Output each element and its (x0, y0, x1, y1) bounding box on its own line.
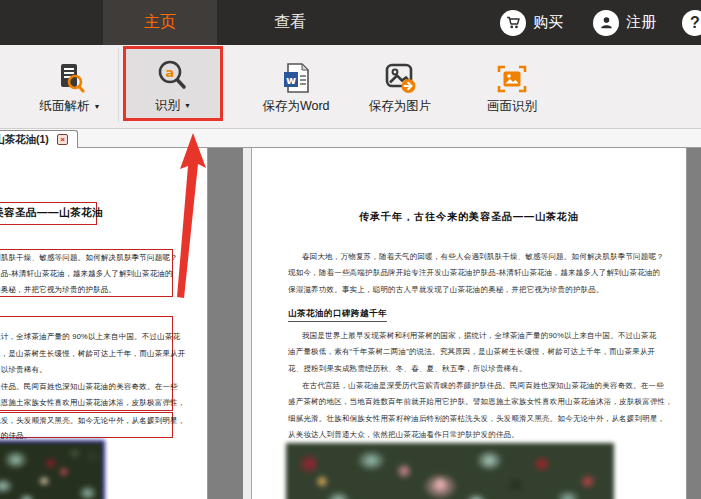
document-tab-bar: 山茶花油(1) × (0, 129, 701, 148)
scan-text-line: 肤佳品。民间百姓也深知山茶花油的美容奇效。在一些 (0, 382, 178, 392)
ocr-app-window: 主页 查看 购买 注册 (0, 0, 701, 499)
recognize-button-highlighted[interactable]: a 识别▼ (123, 46, 223, 121)
document-tab-label: 山茶花油(1) (0, 133, 49, 147)
register-label: 注册 (626, 13, 656, 32)
scan-text-line: 统计，全球茶油产量的 90%以上来自中国。不过山茶花 (0, 332, 180, 342)
paper-analysis-label: 纸面解析▼ (40, 98, 101, 115)
tab-close-icon[interactable]: × (57, 134, 68, 145)
cart-icon (500, 10, 526, 36)
result-text-line: 我国是世界上最早发现茶树和利用茶树的国家，据统计，全球茶油产量的90%以上来自中… (302, 331, 656, 341)
scan-text-line: 的奥秘，并把它视为珍贵的护肤品。 (0, 285, 116, 295)
camellia-photo-region[interactable] (0, 440, 105, 499)
magnifier-a-icon: a (156, 53, 190, 93)
recognize-label: 识别▼ (155, 97, 191, 114)
doc-magnifier-icon (55, 54, 85, 94)
save-as-word-label: 保存为Word (262, 98, 329, 115)
result-text-line: 春回大地，万物复苏，随着天气的回暖，有些人会遇到肌肤干燥、敏感等问题。如何解决肌… (302, 252, 664, 262)
scan-text-line: 肤品-林清轩山茶花油，越来越多人了解到山茶花油的 (0, 269, 173, 279)
dropdown-arrow-icon: ▼ (184, 102, 191, 109)
help-button[interactable]: ? (682, 0, 701, 45)
buy-button[interactable]: 购买 (500, 0, 563, 45)
help-glyph: ? (690, 14, 700, 32)
image-export-icon (383, 54, 417, 94)
paper-analysis-button[interactable]: 纸面解析▼ (20, 46, 120, 122)
result-text-line: 油产量极低，素有“千年茶树二两油”的说法。究其原因，是山茶树生长缓慢，树龄可达上… (288, 347, 655, 357)
scan-page: 美容圣品——山茶花油 到肌肤干燥、敏感等问题。如何解决肌肤季节问题呢？ 肤品-林… (0, 148, 208, 499)
scan-text-line: 所以珍贵稀有。 (0, 365, 47, 375)
ribbon-tab-home[interactable]: 主页 (103, 0, 217, 45)
screen-recognize-icon (496, 54, 528, 94)
camellia-photo-result (286, 443, 614, 499)
document-tab[interactable]: 山茶花油(1) × (0, 130, 78, 148)
top-menu-bar: 主页 查看 购买 注册 (0, 0, 701, 45)
ribbon-tab-view[interactable]: 查看 (245, 0, 335, 45)
user-icon (593, 10, 619, 36)
original-scan-pane[interactable]: 美容圣品——山茶花油 到肌肤干燥、敏感等问题。如何解决肌肤季节问题呢？ 肤品-林… (0, 148, 243, 499)
ribbon-tab-home-label: 主页 (144, 12, 176, 33)
dropdown-arrow-icon: ▼ (94, 103, 101, 110)
result-text-line: 花、授粉到果实成熟需经历秋、冬、春、夏、秋五季，所以珍贵稀有。 (288, 364, 527, 374)
screen-recognize-label: 画面识别 (487, 98, 537, 115)
save-as-image-button[interactable]: 保存为图片 (346, 46, 454, 122)
word-doc-icon: w (280, 54, 312, 94)
svg-text:a: a (166, 65, 175, 80)
scan-text-line: 如恩施土家族女性喜欢用山茶花油沐浴，皮肤极富弹性， (0, 398, 186, 408)
scan-text-line: 因，是山茶树生长缓慢，树龄可达上千年，而山茶果从开 (0, 349, 186, 359)
ribbon-toolbar: 纸面解析▼ a 识别▼ w (0, 45, 701, 129)
help-icon: ? (682, 10, 701, 36)
result-text-line: 保湿滋养功效。事实上，聪明的古人早就发现了山茶花油的奥秘，并把它视为珍贵的护肤品… (288, 285, 604, 295)
ribbon-tab-view-label: 查看 (274, 12, 306, 33)
register-button[interactable]: 注册 (593, 0, 656, 45)
document-area: 美容圣品——山茶花油 到肌肤干燥、敏感等问题。如何解决肌肤季节问题呢？ 肤品-林… (0, 148, 701, 499)
result-text-line: 盛产茶树的地区，当地百姓数百年前就开始用它护肤。譬如恩施土家族女性喜欢用山茶花油… (288, 397, 673, 407)
buy-label: 购买 (533, 13, 563, 32)
scan-text-line: 到肌肤干燥、敏感等问题。如何解决肌肤季节问题呢？ (0, 253, 178, 263)
result-page: 传承千年，古往今来的美容圣品——山茶花油 春回大地，万物复苏，随着天气的回暖，有… (252, 148, 687, 499)
result-title: 传承千年，古往今来的美容圣品——山茶花油 (252, 210, 686, 224)
pane-splitter[interactable] (243, 148, 252, 499)
recognition-result-pane[interactable]: 传承千年，古往今来的美容圣品——山茶花油 春回大地，万物复苏，随着天气的回暖，有… (252, 148, 701, 499)
result-text-line: 现如今，随着一些高端护肤品牌开始专注开发山茶花油护肤品-林清轩山茶花油，越来越多… (288, 268, 660, 278)
save-as-word-button[interactable]: w 保存为Word (240, 46, 352, 122)
result-section-heading: 山茶花油的口碑跨越千年 (288, 308, 387, 322)
text-region-outline[interactable] (0, 316, 173, 411)
scan-text-line: 洗发，头发顺滑又黑亮。如今无论中外，从名媛到明星， (0, 416, 186, 426)
result-text-line: 在古代宫廷，山茶花油是深受历代宫嫔青睐的养颜护肤佳品。民间百姓也深知山茶花油的美… (302, 381, 664, 391)
screen-recognize-button[interactable]: 画面识别 (462, 46, 562, 122)
save-as-image-label: 保存为图片 (369, 98, 432, 115)
result-text-line: 从美妆达人到普通大众，依然把山茶花油看作日常护肤护发的佳品。 (288, 430, 519, 440)
svg-text:w: w (286, 74, 296, 87)
scan-title: 美容圣品——山茶花油 (0, 206, 103, 220)
result-text-line: 细腻光滑。壮族和侗族女性用茶籽榨油后特别的茶枯洗头发，头发顺滑又黑亮。如今无论中… (288, 414, 665, 424)
